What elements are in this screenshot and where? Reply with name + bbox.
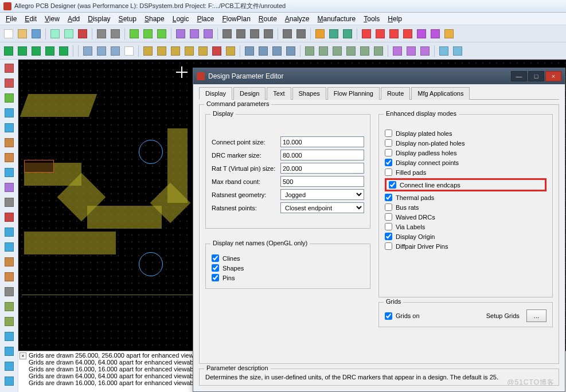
sidebar-tool[interactable] bbox=[3, 107, 15, 119]
sidebar-tool[interactable] bbox=[3, 121, 15, 134]
tab-display[interactable]: Display bbox=[199, 87, 232, 100]
dialog-maximize-button[interactable]: □ bbox=[528, 71, 544, 81]
toolbar-button[interactable] bbox=[314, 28, 326, 40]
sidebar-tool[interactable] bbox=[3, 211, 15, 224]
form-input[interactable]: Closest endpoint bbox=[280, 202, 364, 213]
checkbox-pins[interactable]: Pins bbox=[212, 274, 364, 281]
menu-place[interactable]: Place bbox=[193, 14, 217, 24]
toolbar-button[interactable] bbox=[331, 45, 343, 57]
sidebar-tool[interactable] bbox=[3, 92, 15, 104]
checkbox-display-connect-points[interactable]: Display connect points bbox=[385, 159, 547, 166]
menu-display[interactable]: Display bbox=[84, 14, 114, 24]
menu-view[interactable]: View bbox=[41, 14, 63, 24]
toolbar-button[interactable] bbox=[183, 45, 196, 57]
tab-route[interactable]: Route bbox=[381, 87, 410, 100]
toolbar-button[interactable] bbox=[391, 45, 404, 57]
toolbar-button[interactable] bbox=[76, 28, 89, 40]
sidebar-tool[interactable] bbox=[3, 181, 15, 194]
checkbox-via-labels[interactable]: Via Labels bbox=[385, 223, 547, 230]
toolbar-button[interactable] bbox=[109, 28, 122, 40]
menu-shape[interactable]: Shape bbox=[141, 14, 168, 24]
menu-help[interactable]: Help bbox=[384, 14, 405, 24]
sidebar-tool[interactable] bbox=[3, 271, 15, 283]
menu-logic[interactable]: Logic bbox=[169, 14, 193, 24]
menu-manufacture[interactable]: Manufacture bbox=[314, 14, 360, 24]
toolbar-button[interactable] bbox=[327, 28, 340, 40]
menu-add[interactable]: Add bbox=[64, 14, 83, 24]
checkbox-display-origin[interactable]: Display Origin bbox=[385, 233, 547, 240]
toolbar-button[interactable] bbox=[30, 28, 42, 40]
menu-edit[interactable]: Edit bbox=[21, 14, 40, 24]
toolbar-button[interactable] bbox=[451, 45, 464, 57]
dialog-titlebar[interactable]: Design Parameter Editor — □ × bbox=[193, 68, 565, 84]
menu-setup[interactable]: Setup bbox=[115, 14, 140, 24]
sidebar-tool[interactable] bbox=[3, 196, 15, 209]
toolbar-button[interactable] bbox=[415, 28, 428, 40]
menu-file[interactable]: File bbox=[2, 14, 20, 24]
sidebar-tool[interactable] bbox=[3, 360, 15, 373]
sidebar-tool[interactable] bbox=[3, 151, 15, 164]
toolbar-button[interactable] bbox=[2, 28, 15, 40]
sidebar-tool[interactable] bbox=[3, 166, 15, 179]
toolbar-button[interactable] bbox=[188, 28, 201, 40]
toolbar-button[interactable] bbox=[221, 28, 233, 40]
sidebar-tool[interactable] bbox=[3, 315, 15, 328]
menu-analyze[interactable]: Analyze bbox=[282, 14, 313, 24]
checkbox-connect-line-endcaps[interactable]: Connect line endcaps bbox=[385, 178, 547, 191]
toolbar-button[interactable] bbox=[57, 45, 70, 57]
toolbar-button[interactable] bbox=[374, 28, 387, 40]
sidebar-tool[interactable] bbox=[3, 241, 15, 253]
toolbar-button[interactable] bbox=[401, 28, 414, 40]
toolbar-button[interactable] bbox=[235, 28, 247, 40]
checkbox-clines[interactable]: Clines bbox=[212, 254, 364, 262]
tab-mfg-applications[interactable]: Mfg Applications bbox=[411, 87, 470, 100]
console-close-icon[interactable]: × bbox=[19, 352, 26, 359]
toolbar-button[interactable] bbox=[388, 28, 400, 40]
tab-shapes[interactable]: Shapes bbox=[292, 87, 326, 100]
toolbar-button[interactable] bbox=[243, 45, 256, 57]
toolbar-button[interactable] bbox=[16, 45, 29, 57]
sidebar-tool[interactable] bbox=[3, 345, 15, 358]
sidebar-tool[interactable] bbox=[3, 136, 15, 149]
toolbar-button[interactable] bbox=[317, 45, 330, 57]
toolbar-button[interactable] bbox=[438, 45, 450, 57]
toolbar-button[interactable] bbox=[224, 45, 237, 57]
menu-flowplan[interactable]: FlowPlan bbox=[218, 14, 253, 24]
toolbar-button[interactable] bbox=[95, 28, 108, 40]
checkbox-bus-rats[interactable]: Bus rats bbox=[385, 203, 547, 211]
toolbar-button[interactable] bbox=[197, 45, 209, 57]
toolbar-button[interactable] bbox=[128, 28, 140, 40]
toolbar-button[interactable] bbox=[16, 28, 29, 40]
toolbar-button[interactable] bbox=[109, 45, 122, 57]
dialog-minimize-button[interactable]: — bbox=[511, 71, 527, 81]
grids-on-checkbox[interactable]: Grids on bbox=[385, 312, 420, 320]
toolbar-button[interactable] bbox=[142, 45, 154, 57]
toolbar-button[interactable] bbox=[419, 45, 431, 57]
toolbar-button[interactable] bbox=[44, 45, 56, 57]
toolbar-button[interactable] bbox=[257, 45, 270, 57]
toolbar-button[interactable] bbox=[142, 28, 154, 40]
menu-route[interactable]: Route bbox=[255, 14, 280, 24]
checkbox-thermal-pads[interactable]: Thermal pads bbox=[385, 194, 547, 201]
toolbar-button[interactable] bbox=[303, 45, 316, 57]
checkbox-diffpair-driver-pins[interactable]: Diffpair Driver Pins bbox=[385, 242, 547, 250]
toolbar-button[interactable] bbox=[341, 28, 354, 40]
toolbar-button[interactable] bbox=[405, 45, 417, 57]
toolbar-button[interactable] bbox=[281, 28, 294, 40]
toolbar-button[interactable] bbox=[372, 45, 385, 57]
dialog-close-button[interactable]: × bbox=[545, 71, 561, 81]
toolbar-button[interactable] bbox=[202, 28, 214, 40]
toolbar-button[interactable] bbox=[81, 45, 94, 57]
toolbar-button[interactable] bbox=[155, 28, 168, 40]
sidebar-tool[interactable] bbox=[3, 226, 15, 238]
toolbar-button[interactable] bbox=[49, 28, 61, 40]
menu-tools[interactable]: Tools bbox=[360, 14, 383, 24]
sidebar-tool[interactable] bbox=[3, 300, 15, 313]
form-input[interactable] bbox=[280, 150, 364, 160]
checkbox-display-padless-holes[interactable]: Display padless holes bbox=[385, 149, 547, 156]
checkbox-shapes[interactable]: Shapes bbox=[212, 264, 364, 272]
toolbar-button[interactable] bbox=[210, 45, 223, 57]
setup-grids-button[interactable]: ... bbox=[526, 309, 547, 322]
checkbox-filled-pads[interactable]: Filled pads bbox=[385, 168, 547, 176]
checkbox-display-non-plated-holes[interactable]: Display non-plated holes bbox=[385, 139, 547, 147]
